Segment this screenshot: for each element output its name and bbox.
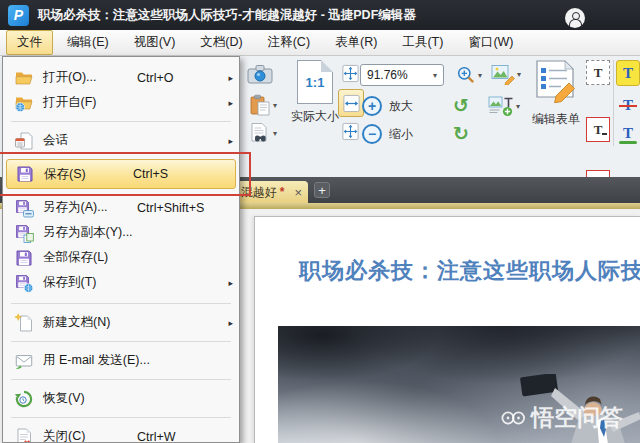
menu-item-send-email[interactable]: 用 E-mail 发送(E)... ▸ — [3, 348, 239, 373]
submenu-arrow-icon: ▸ — [221, 136, 233, 146]
pdf-page: 职场必杀技：注意这些职场人际技巧 悟空问答 — [254, 216, 640, 443]
menu-separator — [11, 303, 231, 304]
find-button[interactable]: ▾ — [242, 120, 284, 146]
text-field-underscore-icon: T — [594, 123, 603, 136]
magnifier-plus-icon — [456, 65, 476, 85]
new-tab-button[interactable]: + — [314, 182, 330, 198]
edit-form-icon — [533, 59, 579, 103]
menu-comment[interactable]: 注释(C) — [257, 30, 321, 55]
add-image-text-button[interactable]: ▾ — [480, 93, 528, 119]
actual-size-label: 实际大小 — [286, 108, 344, 125]
fit-page-icon — [341, 64, 360, 83]
edit-form-label: 编辑表单 — [528, 111, 584, 128]
menu-item-save-as-copy[interactable]: 另存为副本(Y)... — [3, 220, 239, 245]
snapshot-button[interactable] — [244, 60, 276, 88]
fit-page-button[interactable] — [338, 60, 362, 86]
app-window: P 职场必杀技：注意这些职场人际技巧-才能越混越好 - 迅捷PDF编辑器 文件 … — [0, 0, 640, 443]
rotate-cw-icon: ↻ — [453, 124, 469, 143]
menu-edit[interactable]: 编辑(E) — [56, 30, 120, 55]
menu-item-new-document[interactable]: 新建文档(N) ▸ — [3, 310, 239, 335]
highlight-text-icon: T — [623, 66, 633, 81]
email-icon — [13, 351, 35, 371]
zoom-out-label: 缩小 — [389, 126, 413, 143]
watermark-text: 悟空问答 — [531, 402, 623, 433]
rotate-cw-button[interactable]: ↻ — [448, 120, 474, 146]
find-document-icon — [249, 122, 271, 144]
chevron-down-icon: ▾ — [273, 101, 277, 110]
chevron-down-icon: ▾ — [273, 129, 277, 138]
toolbar-divider — [613, 60, 614, 146]
close-document-icon — [13, 427, 35, 443]
zoom-out-button[interactable]: − 缩小 — [362, 121, 434, 147]
menu-item-save-to[interactable]: 保存到(T) ▸ — [3, 270, 239, 295]
edit-image-button[interactable]: ▾ — [486, 61, 526, 87]
select-text-field-button[interactable]: T — [586, 60, 610, 85]
strikeout-text-icon: T — [623, 98, 633, 113]
chevron-down-icon: ▾ — [517, 70, 521, 79]
camera-icon — [247, 63, 273, 85]
menu-separator — [11, 379, 231, 380]
title-bar: P 职场必杀技：注意这些职场人际技巧-才能越混越好 - 迅捷PDF编辑器 — [0, 0, 640, 30]
open-folder-icon — [13, 68, 35, 88]
menu-item-save-all[interactable]: 全部保存(L) — [3, 245, 239, 270]
user-avatar-icon[interactable] — [565, 8, 585, 28]
text-field-icon: T — [594, 66, 603, 79]
clipboard-button[interactable]: ▾ — [242, 92, 284, 118]
edit-image-icon — [491, 63, 515, 85]
save-as-icon — [13, 198, 35, 218]
menu-file[interactable]: 文件 — [6, 30, 53, 55]
tab-close-button[interactable]: × — [294, 186, 302, 199]
edit-form-button[interactable]: 编辑表单 — [528, 59, 584, 149]
save-copy-icon — [13, 223, 35, 243]
chevron-down-icon: ▾ — [516, 102, 520, 111]
file-menu-dropdown: 打开(O)... Ctrl+O ▸ 打开自(F) ▸ 会话 ▸ 保存(S) Ct… — [2, 56, 240, 443]
menu-item-session[interactable]: 会话 ▸ — [3, 128, 239, 153]
window-title: 职场必杀技：注意这些职场人际技巧-才能越混越好 - 迅捷PDF编辑器 — [38, 7, 416, 24]
open-from-folder-globe-icon — [13, 93, 35, 113]
watermark: 悟空问答 — [500, 402, 623, 433]
clipboard-icon — [249, 94, 271, 116]
menu-tools[interactable]: 工具(T) — [391, 30, 454, 55]
document-tab-label: 混越好 — [241, 184, 277, 201]
save-floppy-icon — [14, 164, 36, 184]
menu-window[interactable]: 窗口(W) — [457, 30, 524, 55]
chevron-down-icon: ▾ — [433, 71, 437, 80]
menu-form[interactable]: 表单(R) — [324, 30, 388, 55]
text-field-underscore-button[interactable]: T — [586, 117, 610, 142]
zoom-level-value: 91.76% — [367, 68, 408, 82]
fit-visible-button[interactable] — [338, 118, 362, 144]
menu-item-save[interactable]: 保存(S) Ctrl+S — [6, 159, 236, 189]
menu-item-close[interactable]: 关闭(C) Ctrl+W — [3, 424, 239, 443]
document-heading: 职场必杀技：注意这些职场人际技巧 — [299, 256, 640, 286]
marquee-zoom-button[interactable]: ▾ — [450, 62, 488, 88]
fit-width-button[interactable] — [338, 89, 364, 117]
actual-size-icon-text: 1:1 — [306, 75, 325, 90]
fit-visible-icon — [341, 122, 360, 141]
menu-separator — [11, 341, 231, 342]
app-logo-icon: P — [8, 5, 29, 26]
add-image-text-icon — [488, 95, 514, 117]
submenu-arrow-icon: ▸ — [221, 318, 233, 328]
menu-item-open[interactable]: 打开(O)... Ctrl+O ▸ — [3, 65, 239, 90]
wukong-logo-icon — [500, 408, 527, 428]
menu-item-open-from[interactable]: 打开自(F) ▸ — [3, 90, 239, 115]
fit-width-icon — [342, 94, 361, 113]
minus-circle-icon: − — [362, 124, 382, 144]
underline-text-button[interactable]: T — [616, 120, 640, 146]
zoom-level-select[interactable]: 91.76% ▾ — [360, 64, 444, 86]
save-to-globe-icon — [13, 273, 35, 293]
new-document-icon — [13, 313, 35, 333]
menu-document[interactable]: 文档(D) — [189, 30, 253, 55]
save-all-icon — [13, 248, 35, 268]
menu-item-save-as[interactable]: 另存为(A)... Ctrl+Shift+S — [3, 195, 239, 220]
menu-item-revert[interactable]: 恢复(V) — [3, 386, 239, 411]
submenu-arrow-icon: ▸ — [221, 278, 233, 288]
app-logo-letter: P — [14, 7, 23, 23]
rotate-ccw-button[interactable]: ↺ — [448, 92, 474, 118]
highlight-text-button[interactable]: T — [616, 60, 640, 86]
menu-bar: 文件 编辑(E) 视图(V) 文档(D) 注释(C) 表单(R) 工具(T) 窗… — [0, 30, 640, 56]
actual-size-button[interactable]: 1:1 实际大小 — [286, 60, 344, 136]
zoom-in-button[interactable]: + 放大 — [362, 93, 434, 119]
strikeout-text-button[interactable]: T — [616, 92, 640, 118]
menu-view[interactable]: 视图(V) — [123, 30, 187, 55]
